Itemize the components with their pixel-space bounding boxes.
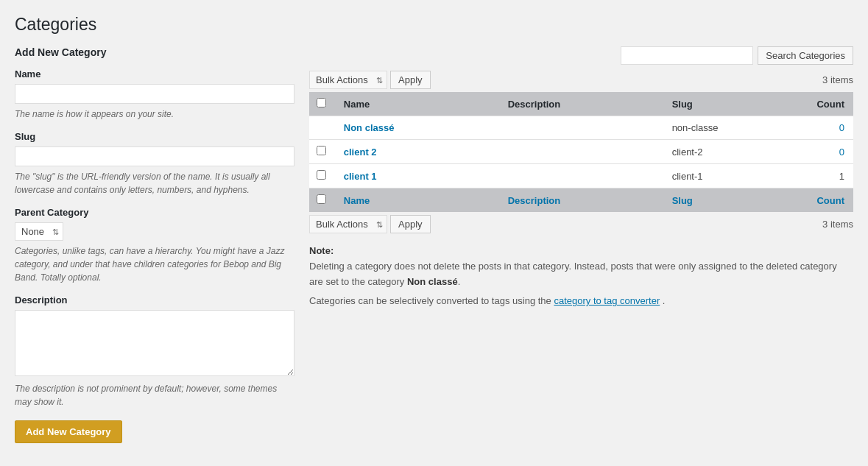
add-new-category-button[interactable]: Add New Category (15, 420, 122, 443)
categories-list-panel: Search Categories Bulk Actions Delete Ap… (309, 46, 853, 309)
slug-input[interactable] (15, 146, 294, 166)
row-check-cell (309, 140, 336, 164)
table-footer-row: Name Description Slug Count (309, 188, 853, 213)
parent-hint: Categories, unlike tags, can have a hier… (15, 244, 294, 284)
category-to-tag-converter-link[interactable]: category to tag converter (554, 295, 660, 306)
bulk-select-bottom-wrapper: Bulk Actions Delete (309, 215, 387, 233)
note-paragraph-1: Note: Deleting a category does not delet… (309, 244, 853, 289)
select-all-header (309, 92, 336, 116)
count-link[interactable]: 0 (839, 146, 844, 158)
note-text-3: . (663, 295, 666, 306)
note-text-2: Categories can be selectively converted … (309, 295, 554, 306)
col-header-slug[interactable]: Slug (665, 92, 788, 116)
categories-table: Name Description Slug Count Non classé (309, 92, 853, 212)
top-bar: Search Categories (309, 46, 853, 65)
add-new-title: Add New Category (15, 46, 294, 58)
row-count-cell: 0 (788, 116, 853, 140)
footer-name-cell[interactable]: Name (336, 188, 501, 213)
row-name-cell: client 2 (336, 140, 501, 164)
row-check-cell (309, 164, 336, 188)
row-slug-cell: non-classe (665, 116, 788, 140)
row-desc-cell (501, 140, 665, 164)
table-row: Non classé non-classe 0 (309, 116, 853, 140)
search-input[interactable] (621, 46, 753, 65)
note-bold: Non classé (407, 276, 458, 287)
row-checkbox[interactable] (317, 146, 326, 155)
bottom-actions-bar: Bulk Actions Delete Apply 3 items (309, 215, 853, 233)
slug-hint: The "slug" is the URL-friendly version o… (15, 170, 294, 197)
add-category-panel: Add New Category Name The name is how it… (15, 46, 294, 443)
col-header-description[interactable]: Description (501, 92, 665, 116)
search-categories-button[interactable]: Search Categories (758, 46, 853, 65)
parent-label: Parent Category (15, 207, 294, 218)
footer-count-cell[interactable]: Count (788, 188, 853, 213)
bulk-select-wrapper: Bulk Actions Delete (309, 71, 387, 89)
name-label: Name (15, 68, 294, 80)
row-slug-cell: client-1 (665, 164, 788, 188)
description-label: Description (15, 294, 294, 306)
col-header-count[interactable]: Count (788, 92, 853, 116)
bulk-actions-select-bottom[interactable]: Bulk Actions Delete (309, 215, 387, 233)
row-check-cell (309, 116, 336, 140)
note-text: Deleting a category does not delete the … (309, 261, 837, 287)
search-bar: Search Categories (621, 46, 853, 65)
items-count-top: 3 items (822, 74, 853, 85)
row-count-cell: 0 (788, 140, 853, 164)
row-checkbox[interactable] (317, 170, 326, 180)
description-hint: The description is not prominent by defa… (15, 382, 294, 409)
parent-select-wrapper: None (15, 222, 63, 241)
table-row: client 1 client-1 1 (309, 164, 853, 188)
note-section: Note: Deleting a category does not delet… (309, 244, 853, 309)
category-link[interactable]: Non classé (344, 122, 395, 133)
row-name-cell: Non classé (336, 116, 501, 140)
parent-select[interactable]: None (15, 222, 63, 241)
table-row: client 2 client-2 0 (309, 140, 853, 164)
row-desc-cell (501, 164, 665, 188)
note-paragraph-2: Categories can be selectively converted … (309, 294, 853, 309)
name-input[interactable] (15, 84, 294, 104)
row-slug-cell: client-2 (665, 140, 788, 164)
select-all-footer-checkbox[interactable] (317, 194, 326, 204)
items-count-bottom: 3 items (822, 219, 853, 230)
page-title: Categories (15, 15, 853, 35)
footer-check-cell (309, 188, 336, 213)
count-link[interactable]: 0 (839, 122, 844, 133)
footer-desc-cell[interactable]: Description (501, 188, 665, 213)
top-actions-bar: Bulk Actions Delete Apply 3 items (309, 71, 853, 89)
bulk-actions-bottom-left: Bulk Actions Delete Apply (309, 215, 431, 233)
description-textarea[interactable] (15, 310, 294, 376)
row-count-cell: 1 (788, 164, 853, 188)
apply-button-bottom[interactable]: Apply (390, 215, 431, 233)
bulk-actions-select[interactable]: Bulk Actions Delete (309, 71, 387, 89)
note-label: Note: (309, 245, 334, 256)
category-link[interactable]: client 1 (344, 171, 377, 182)
name-hint: The name is how it appears on your site. (15, 107, 294, 121)
slug-label: Slug (15, 131, 294, 142)
row-desc-cell (501, 116, 665, 140)
apply-button-top[interactable]: Apply (390, 71, 431, 89)
category-link[interactable]: client 2 (344, 146, 377, 158)
col-header-name[interactable]: Name (336, 92, 501, 116)
table-header-row: Name Description Slug Count (309, 92, 853, 116)
footer-slug-cell[interactable]: Slug (665, 188, 788, 213)
select-all-checkbox[interactable] (317, 98, 326, 107)
bulk-actions-left: Bulk Actions Delete Apply (309, 71, 431, 89)
row-name-cell: client 1 (336, 164, 501, 188)
